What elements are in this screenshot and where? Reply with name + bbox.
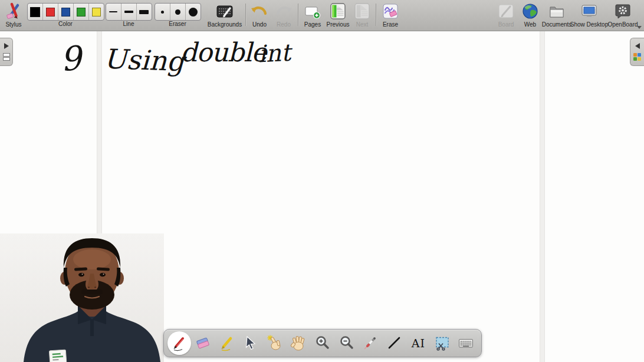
zoom-out-tool-button[interactable] — [335, 330, 358, 357]
documents-button[interactable]: Documents — [543, 1, 571, 29]
show-desktop-button[interactable]: Show Desktop — [571, 1, 607, 29]
undo-button[interactable]: Undo — [248, 1, 271, 29]
line-thin-button[interactable] — [106, 4, 121, 20]
eraser-icon — [195, 335, 211, 351]
open-hand-icon — [290, 335, 307, 351]
line-label: Line — [123, 21, 134, 28]
virtual-keyboard-tool-button[interactable] — [455, 330, 478, 357]
redo-icon — [275, 1, 293, 21]
board-mode-button[interactable]: Board — [494, 1, 518, 29]
laser-pointer-tool-button[interactable] — [359, 330, 382, 357]
color-swatch-yellow[interactable] — [88, 4, 104, 20]
eraser-tool-button[interactable] — [192, 330, 215, 357]
text-tool-button[interactable]: AI — [407, 330, 430, 357]
top-toolbar: Stylus Color Line — [0, 0, 644, 31]
handwriting-word-using: Using — [103, 43, 185, 78]
color-swatch-green[interactable] — [73, 4, 88, 20]
handwriting-word-int: int — [258, 39, 291, 68]
erase-icon — [382, 1, 399, 21]
expand-right-icon — [4, 43, 9, 49]
eraser-medium-button[interactable] — [170, 4, 185, 20]
eraser-large-button[interactable] — [185, 4, 201, 20]
pages-button[interactable]: Pages — [301, 1, 324, 29]
library-tab[interactable] — [630, 38, 644, 66]
line-medium-button[interactable] — [121, 4, 136, 20]
pointing-hand-icon — [267, 335, 283, 351]
pages-label: Pages — [304, 21, 321, 28]
backgrounds-button[interactable]: Backgrounds — [206, 1, 243, 29]
page-margin-line-right — [540, 31, 545, 362]
redo-label: Redo — [277, 21, 291, 28]
backgrounds-icon — [216, 1, 234, 21]
board-mode-icon — [497, 1, 515, 21]
page-navigator-tab[interactable] — [0, 38, 13, 66]
zoom-in-icon — [314, 335, 331, 351]
keyboard-icon — [458, 335, 474, 351]
capture-area-icon — [434, 335, 451, 351]
line-icon — [386, 335, 403, 351]
openboard-menu-caret[interactable] — [637, 26, 642, 29]
web-globe-icon — [521, 1, 539, 21]
capture-area-tool-button[interactable] — [431, 330, 454, 357]
stylus-palette: AI — [163, 329, 482, 357]
previous-page-label: Previous — [327, 21, 350, 28]
pages-thumbnail-icon — [3, 53, 10, 61]
color-swatch-blue[interactable] — [58, 4, 73, 20]
text-tool-icon: AI — [412, 337, 425, 350]
arrow-cursor-icon — [242, 335, 259, 351]
marker-tool-button[interactable] — [215, 330, 238, 357]
erase-label: Erase — [383, 21, 398, 28]
eraser-label: Eraser — [169, 21, 186, 28]
next-page-icon — [353, 1, 371, 21]
line-tool-button[interactable] — [383, 330, 406, 357]
zoom-out-icon — [339, 335, 355, 351]
handwriting-number: 9 — [58, 38, 83, 78]
openboard-gear-icon — [614, 1, 632, 21]
web-mode-button[interactable]: Web — [518, 1, 542, 29]
openboard-menu-button[interactable]: OpenBoard — [607, 1, 638, 29]
library-icon — [633, 53, 641, 61]
previous-page-icon — [329, 1, 347, 21]
erase-button[interactable]: Erase — [379, 1, 402, 29]
selector-arrow-tool-button[interactable] — [239, 330, 262, 357]
webcam-overlay — [0, 233, 164, 362]
stylus-label: Stylus — [5, 21, 21, 28]
pen-tool-button[interactable] — [167, 330, 190, 357]
openboard-app: Stylus Color Line — [0, 0, 644, 362]
previous-page-button[interactable]: Previous — [325, 1, 351, 29]
handwriting-word-double: double — [180, 37, 266, 67]
color-swatch-red[interactable] — [42, 4, 58, 20]
toolbar-separator — [376, 4, 377, 26]
show-desktop-label: Show Desktop — [570, 21, 608, 28]
undo-icon — [251, 1, 268, 21]
board-mode-label: Board — [498, 21, 514, 28]
next-page-label: Next — [356, 21, 369, 28]
redo-button[interactable]: Redo — [272, 1, 295, 29]
marker-icon — [219, 335, 235, 351]
undo-label: Undo — [252, 21, 267, 28]
pan-hand-tool-button[interactable] — [287, 330, 310, 357]
interact-hand-tool-button[interactable] — [263, 330, 286, 357]
stylus-icon — [5, 1, 22, 21]
next-page-button[interactable]: Next — [353, 1, 372, 29]
stylus-button[interactable]: Stylus — [2, 1, 25, 29]
show-desktop-monitor-icon — [580, 1, 598, 21]
expand-left-icon — [635, 43, 640, 49]
documents-folder-icon — [548, 1, 566, 21]
laser-pointer-icon — [362, 335, 379, 351]
color-group: Color — [27, 1, 104, 29]
eraser-group: Eraser — [155, 1, 200, 29]
pen-icon — [171, 335, 188, 351]
web-mode-label: Web — [524, 21, 536, 28]
zoom-in-tool-button[interactable] — [311, 330, 334, 357]
toolbar-separator — [245, 4, 247, 26]
eraser-small-button[interactable] — [155, 4, 170, 20]
line-group: Line — [106, 1, 151, 29]
backgrounds-label: Backgrounds — [208, 21, 242, 28]
color-swatch-black[interactable] — [28, 4, 42, 20]
documents-label: Documents — [542, 21, 572, 28]
pages-icon — [304, 1, 321, 21]
line-thick-button[interactable] — [136, 4, 152, 20]
color-label: Color — [58, 21, 73, 28]
presenter-image — [0, 233, 164, 362]
